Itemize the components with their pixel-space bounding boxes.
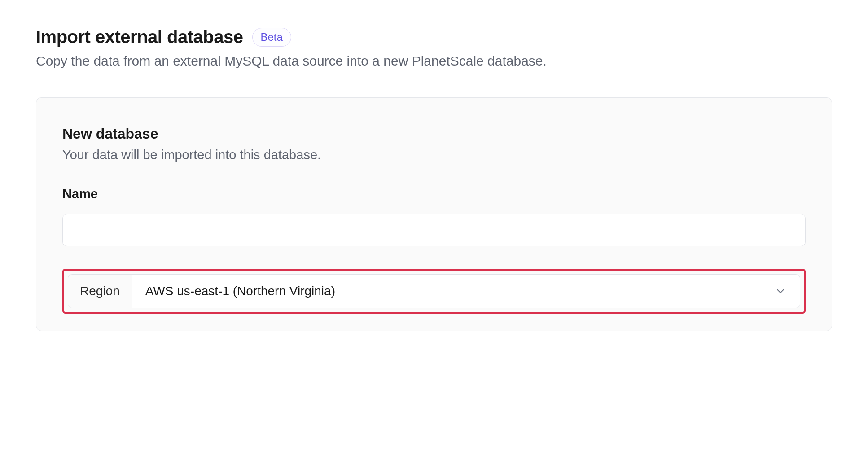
region-value: AWS us-east-1 (Northern Virginia)	[145, 284, 335, 298]
page-title: Import external database	[36, 27, 243, 47]
section-title: New database	[62, 126, 806, 142]
region-highlight: Region AWS us-east-1 (Northern Virginia)	[62, 269, 806, 314]
page-subtitle: Copy the data from an external MySQL dat…	[36, 53, 832, 69]
beta-badge: Beta	[252, 28, 291, 47]
region-select[interactable]: AWS us-east-1 (Northern Virginia)	[132, 275, 800, 308]
name-label: Name	[62, 187, 806, 201]
new-database-card: New database Your data will be imported …	[36, 97, 832, 331]
section-subtitle: Your data will be imported into this dat…	[62, 148, 806, 162]
chevron-down-icon	[775, 285, 786, 297]
region-label: Region	[68, 275, 132, 308]
name-input[interactable]	[62, 214, 806, 246]
